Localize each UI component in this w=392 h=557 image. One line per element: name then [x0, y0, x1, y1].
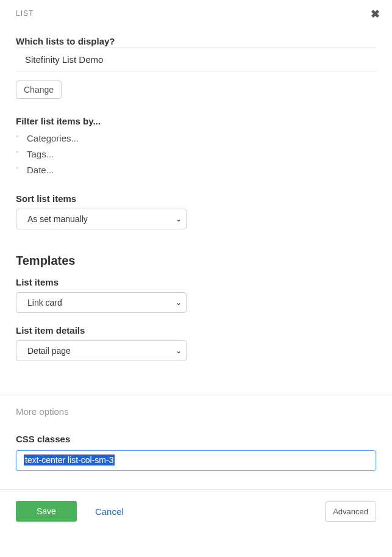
advanced-button[interactable]: Advanced	[325, 501, 376, 522]
filter-item-label: Date...	[27, 164, 54, 176]
sort-select[interactable]: As set manually	[16, 209, 187, 229]
list-items-select[interactable]: Link card	[16, 292, 187, 313]
save-button[interactable]: Save	[16, 501, 77, 522]
expand-icon: "	[16, 148, 27, 160]
filter-item-categories[interactable]: " Categories...	[16, 132, 376, 145]
filter-item-label: Categories...	[27, 132, 79, 145]
dialog-title: LIST	[16, 9, 376, 18]
filter-item-tags[interactable]: " Tags...	[16, 148, 376, 160]
list-item-details-select[interactable]: Detail page	[16, 340, 187, 361]
expand-icon: "	[16, 132, 27, 145]
list-item-details-label: List item details	[16, 325, 376, 336]
selected-list-value: Sitefinity List Demo	[16, 48, 376, 71]
cancel-button[interactable]: Cancel	[95, 506, 124, 517]
sort-label: Sort list items	[16, 193, 376, 204]
filter-item-label: Tags...	[27, 148, 54, 160]
close-icon[interactable]: ✖	[371, 7, 380, 21]
filter-label: Filter list items by...	[16, 116, 376, 126]
css-classes-input[interactable]: text-center list-col-sm-3	[16, 450, 376, 471]
css-classes-label: CSS classes	[16, 434, 376, 444]
templates-heading: Templates	[16, 254, 376, 268]
change-button[interactable]: Change	[16, 81, 62, 99]
filter-item-date[interactable]: " Date...	[16, 164, 376, 176]
expand-icon: "	[16, 164, 27, 176]
more-options-label: More options	[0, 395, 392, 428]
display-label: Which lists to display?	[16, 36, 376, 46]
list-items-label: List items	[16, 277, 376, 287]
